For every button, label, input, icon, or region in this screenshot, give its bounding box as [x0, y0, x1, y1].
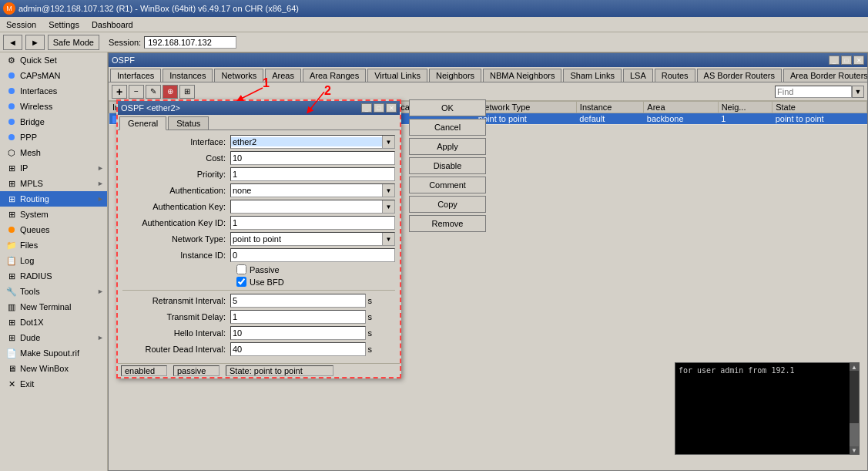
edit-button[interactable]: ✎	[146, 85, 161, 99]
cost-input[interactable]	[230, 151, 395, 165]
field-interface: Interface: ether2 ▼	[122, 135, 395, 149]
tab-neighbors[interactable]: Neighbors	[429, 69, 481, 82]
forward-button[interactable]: ►	[25, 35, 45, 50]
col-instance[interactable]: Instance	[576, 102, 643, 113]
menu-dashboard[interactable]: Dashboard	[89, 19, 136, 30]
minimize-button[interactable]: _	[829, 56, 840, 65]
transmit-delay-input[interactable]	[230, 310, 366, 324]
remove-button[interactable]: Remove	[409, 215, 486, 232]
instance-id-input[interactable]	[230, 248, 395, 262]
use-bfd-checkbox[interactable]	[236, 277, 246, 287]
sidebar-item-dude[interactable]: ⊞ Dude ►	[0, 330, 107, 345]
sidebar-item-quick-set[interactable]: ⚙ Quick Set	[0, 52, 107, 68]
find-arrow[interactable]: ▼	[852, 86, 864, 98]
sidebar-item-capsman[interactable]: CAPsMAN	[0, 68, 107, 83]
dialog-close-button[interactable]: ✕	[386, 103, 397, 113]
sidebar-item-routing[interactable]: ⊞ Routing ►	[0, 191, 107, 207]
sidebar-label-routing: Routing	[20, 194, 49, 204]
network-type-dropdown-arrow[interactable]: ▼	[382, 233, 394, 245]
terminal-scroll-up[interactable]: ▲	[850, 363, 859, 371]
sidebar-item-ppp[interactable]: PPP	[0, 130, 107, 145]
menu-session[interactable]: Session	[3, 19, 39, 30]
cancel-button[interactable]: Cancel	[409, 119, 486, 136]
tab-areas[interactable]: Areas	[265, 69, 301, 82]
sidebar-item-new-winbox[interactable]: 🖥 New WinBox	[0, 361, 107, 376]
dialog-maximize-button[interactable]: □	[374, 103, 384, 113]
tab-instances[interactable]: Instances	[163, 69, 213, 82]
tab-lsa[interactable]: LSA	[623, 69, 653, 82]
dialog-wrapper: OSPF <ether2> _ □ ✕ General Status	[116, 99, 401, 378]
sidebar-item-bridge[interactable]: Bridge	[0, 114, 107, 130]
sidebar-label-system: System	[20, 210, 49, 219]
hello-interval-input[interactable]	[230, 326, 366, 340]
maximize-button[interactable]: □	[841, 56, 852, 65]
ip-arrow: ►	[97, 164, 104, 172]
retransmit-input[interactable]	[230, 294, 366, 308]
paste-button[interactable]: ⊞	[179, 85, 195, 99]
sidebar-item-mpls[interactable]: ⊞ MPLS ►	[0, 176, 107, 191]
auth-key-id-input[interactable]	[230, 216, 395, 230]
sidebar-item-queues[interactable]: Queues	[0, 222, 107, 237]
tab-nbma-neighbors[interactable]: NBMA Neighbors	[483, 69, 561, 82]
copy-toolbar-button[interactable]: ⊕	[163, 85, 178, 99]
dialog-tab-status[interactable]: Status	[168, 116, 209, 130]
col-area[interactable]: Area	[644, 102, 718, 113]
menu-settings[interactable]: Settings	[45, 19, 82, 30]
terminal-scrollbar[interactable]: ▲ ▼	[850, 363, 859, 454]
apply-button[interactable]: Apply	[409, 138, 486, 155]
tab-routes[interactable]: Routes	[655, 69, 695, 82]
use-bfd-label: Use BFD	[250, 278, 284, 287]
sidebar-item-ip[interactable]: ⊞ IP ►	[0, 160, 107, 176]
auth-key-select[interactable]: ▼	[230, 200, 395, 214]
sidebar-item-log[interactable]: 📋 Log	[0, 253, 107, 268]
router-dead-input[interactable]	[230, 342, 366, 356]
sidebar-item-wireless[interactable]: Wireless	[0, 99, 107, 114]
col-neig[interactable]: Neig...	[718, 102, 772, 113]
back-button[interactable]: ◄	[3, 35, 22, 50]
ip-icon: ⊞	[6, 163, 17, 173]
interface-select[interactable]: ether2 ▼	[230, 135, 395, 149]
sidebar-item-exit[interactable]: ✕ Exit	[0, 376, 107, 392]
disable-button[interactable]: Disable	[409, 157, 486, 174]
safe-mode-button[interactable]: Safe Mode	[48, 35, 99, 50]
dialog-tab-bar: General Status	[118, 115, 400, 130]
terminal-scroll-down[interactable]: ▼	[850, 446, 859, 454]
sidebar-item-radius[interactable]: ⊞ RADIUS	[0, 268, 107, 284]
close-button[interactable]: ✕	[853, 56, 864, 65]
dialog-tab-general[interactable]: General	[119, 116, 166, 130]
interface-dropdown-arrow[interactable]: ▼	[382, 136, 394, 148]
copy-button[interactable]: Copy	[409, 196, 486, 213]
sidebar-item-files[interactable]: 📁 Files	[0, 237, 107, 253]
network-type-select[interactable]: point to point ▼	[230, 232, 395, 246]
col-network-type[interactable]: Network Type	[475, 102, 577, 113]
tab-as-border[interactable]: AS Border Routers	[697, 69, 782, 82]
add-button[interactable]: +	[112, 85, 127, 99]
auth-select[interactable]: none ▼	[230, 183, 395, 197]
remove-button[interactable]: −	[129, 85, 144, 99]
tab-sham-links[interactable]: Sham Links	[563, 69, 621, 82]
sidebar-item-tools[interactable]: 🔧 Tools ►	[0, 284, 107, 299]
tab-area-ranges[interactable]: Area Ranges	[303, 69, 366, 82]
ok-button[interactable]: OK	[409, 99, 486, 116]
find-input[interactable]	[775, 86, 852, 98]
col-state[interactable]: State	[772, 102, 867, 113]
auth-dropdown-arrow[interactable]: ▼	[382, 184, 394, 197]
passive-checkbox[interactable]	[236, 264, 246, 274]
sidebar-item-system[interactable]: ⊞ System	[0, 207, 107, 222]
content-area: OSPF _ □ ✕ Interfaces Instances Networks…	[108, 52, 868, 471]
dialog-minimize-button[interactable]: _	[361, 103, 372, 113]
sidebar-item-interfaces[interactable]: Interfaces	[0, 83, 107, 99]
tab-area-border[interactable]: Area Border Routers	[783, 69, 867, 82]
sidebar-item-new-terminal[interactable]: ▥ New Terminal	[0, 299, 107, 315]
tab-virtual-links[interactable]: Virtual Links	[367, 69, 427, 82]
priority-input[interactable]	[230, 167, 395, 181]
terminal-scroll-thumb[interactable]	[850, 423, 859, 446]
sidebar-item-make-supout[interactable]: 📄 Make Supout.rif	[0, 345, 107, 361]
sidebar-item-mesh[interactable]: ⬡ Mesh	[0, 145, 107, 160]
tab-interfaces[interactable]: Interfaces	[110, 69, 161, 82]
dialog-status-bar: enabled passive State: point to point	[118, 363, 400, 377]
comment-button[interactable]: Comment	[409, 177, 486, 193]
sidebar-item-dot1x[interactable]: ⊞ Dot1X	[0, 315, 107, 330]
auth-key-dropdown-arrow[interactable]: ▼	[382, 200, 394, 213]
tab-networks[interactable]: Networks	[214, 69, 263, 82]
